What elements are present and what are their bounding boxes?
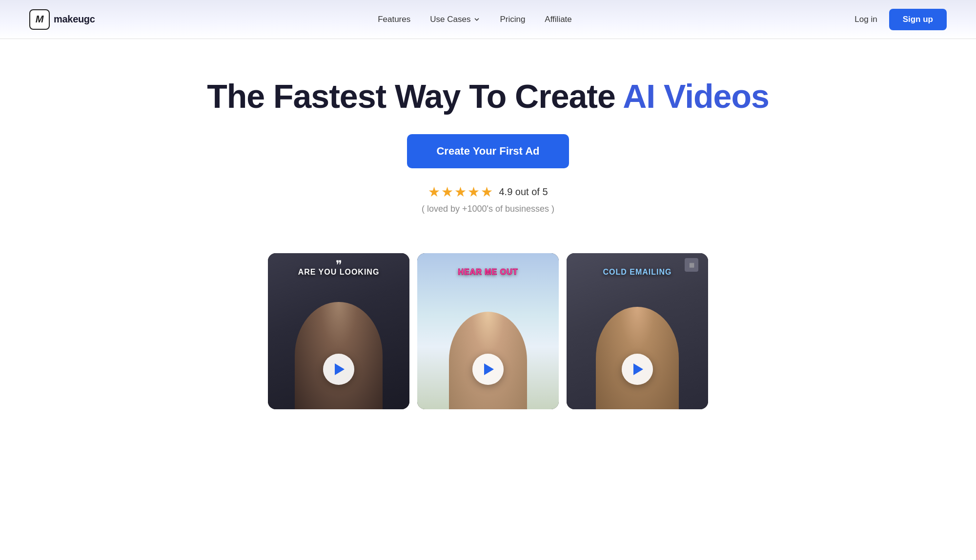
signup-button[interactable]: Sign up	[889, 9, 947, 30]
chevron-down-icon	[473, 16, 480, 23]
nav-affiliate[interactable]: Affiliate	[545, 15, 571, 24]
video-overlay-text-2: HEAR ME OUT	[417, 268, 559, 277]
logo-icon: M	[29, 9, 50, 30]
video-overlay-text-1: ARE YOU LOOKING	[268, 268, 409, 277]
play-button-1[interactable]	[323, 354, 354, 385]
logo-link[interactable]: M makeugc	[29, 9, 95, 30]
video-card-1: ❞ ARE YOU LOOKING	[268, 253, 409, 409]
logo-text: makeugc	[54, 14, 95, 25]
nav-center: Features Use Cases Pricing Affiliate	[378, 15, 572, 24]
hero-headline-part1: The Fastest Way To Create	[207, 78, 623, 115]
video-card-2: HEAR ME OUT	[417, 253, 559, 409]
video-grid: ❞ ARE YOU LOOKING HEAR ME OUT ▦ COLD EMA…	[0, 234, 976, 409]
video-bg-1	[268, 253, 409, 409]
hero-rating: ★★★★★ 4.9 out of 5	[10, 184, 966, 200]
star-icons: ★★★★★	[428, 184, 494, 200]
hero-headline-part2: AI Videos	[623, 78, 769, 115]
rating-subtext: ( loved by +1000's of businesses )	[10, 204, 966, 214]
navbar: M makeugc Features Use Cases Pricing Aff…	[0, 0, 976, 39]
video-bg-2	[417, 253, 559, 409]
video-bg-3	[567, 253, 708, 409]
play-button-3[interactable]	[622, 354, 653, 385]
nav-features[interactable]: Features	[378, 15, 410, 24]
nav-right: Log in Sign up	[854, 9, 947, 30]
play-triangle-icon-3	[633, 363, 643, 375]
cta-button[interactable]: Create Your First Ad	[407, 134, 569, 168]
hero-headline: The Fastest Way To Create AI Videos	[10, 78, 966, 115]
hero-section: The Fastest Way To Create AI Videos Crea…	[0, 39, 976, 234]
nav-use-cases[interactable]: Use Cases	[430, 15, 480, 24]
nav-use-cases-label: Use Cases	[430, 15, 470, 24]
video-overlay-text-3: COLD EMAILING	[567, 268, 708, 277]
video-card-3: ▦ COLD EMAILING	[567, 253, 708, 409]
play-button-2[interactable]	[472, 354, 504, 385]
login-button[interactable]: Log in	[854, 15, 877, 24]
rating-value: 4.9 out of 5	[499, 186, 548, 198]
nav-pricing[interactable]: Pricing	[500, 15, 525, 24]
play-triangle-icon-2	[484, 363, 494, 375]
play-triangle-icon-1	[335, 363, 345, 375]
